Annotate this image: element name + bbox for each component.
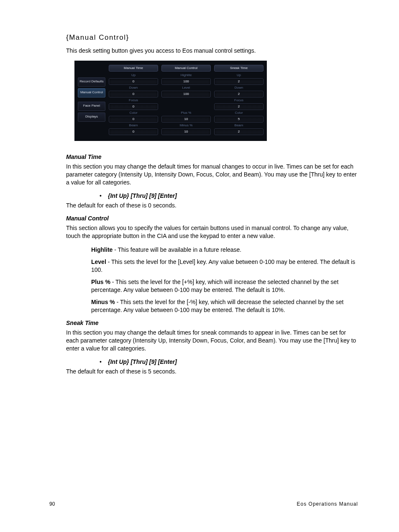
- cell-label: Beam: [109, 123, 158, 128]
- page-footer: 90 Eos Operations Manual: [49, 501, 358, 507]
- intro-text: This desk setting button gives you acces…: [66, 47, 358, 55]
- cell-value[interactable]: 2: [214, 78, 263, 85]
- sidebar-item-1[interactable]: Manual Control: [78, 88, 105, 97]
- manual-time-after: The default for each of these is 0 secon…: [66, 202, 358, 210]
- cell-label: Beam: [214, 123, 263, 128]
- sidebar-item-3[interactable]: Displays: [78, 113, 105, 122]
- cell-label: Color: [109, 111, 158, 115]
- definition-item: Level - This sets the level for the [Lev…: [91, 258, 358, 274]
- definition-item: Highlite - This feature will be availabl…: [91, 246, 358, 254]
- cell-value[interactable]: 0: [109, 103, 158, 110]
- settings-sidebar: Record DefaultsManual ControlFace PanelD…: [78, 65, 105, 135]
- cell-label: Level: [161, 86, 211, 90]
- cell-label: Down: [109, 86, 158, 90]
- sidebar-item-0[interactable]: Record Defaults: [78, 77, 105, 87]
- cell-value[interactable]: 2: [214, 103, 263, 110]
- cell-label: Minus %: [161, 123, 211, 128]
- settings-panel: Record DefaultsManual ControlFace PanelD…: [74, 61, 267, 141]
- manual-time-column: Manual TimeUp0Down0Focus0Color0Beam0: [109, 65, 158, 135]
- cell-label: Plus %: [161, 111, 211, 115]
- column-header[interactable]: Sneak Time: [214, 65, 263, 72]
- manual-time-example: {Int Up} [Thru] [9] [Enter]: [108, 192, 358, 199]
- sneak-time-after: The default for each of these is 5 secon…: [66, 368, 358, 376]
- cell-value[interactable]: 10: [161, 116, 211, 123]
- definition-item: Minus % - This sets the level for the [-…: [91, 298, 358, 314]
- manual-time-heading: Manual Time: [66, 153, 358, 160]
- cell-value[interactable]: 0: [109, 78, 158, 85]
- sidebar-item-2[interactable]: Face Panel: [78, 102, 105, 111]
- cell-label: Focus: [214, 98, 263, 102]
- cell-value[interactable]: 10: [161, 128, 211, 135]
- sneak-time-column: Sneak TimeUp2Down2Focus2Color5Beam2: [214, 65, 263, 135]
- cell-label: Color: [214, 111, 263, 115]
- section-title: {Manual Control}: [66, 33, 358, 42]
- cell-value[interactable]: 2: [214, 91, 263, 97]
- cell-label: Focus: [109, 98, 158, 102]
- cell-label: Up: [109, 73, 158, 77]
- column-header[interactable]: Manual Control: [161, 65, 211, 72]
- definition-item: Plus % - This sets the level for the [+%…: [91, 278, 358, 294]
- manual-control-text: This section allows you to specify the v…: [66, 224, 358, 240]
- cell-value[interactable]: 0: [109, 91, 158, 97]
- cell-value[interactable]: 100: [161, 78, 211, 85]
- cell-value[interactable]: 0: [109, 116, 158, 123]
- manual-control-heading: Manual Control: [66, 215, 358, 222]
- cell-value[interactable]: 100: [161, 91, 211, 97]
- sneak-time-example: {Int Up} [Thru] [9] [Enter]: [108, 358, 358, 365]
- cell-value[interactable]: 5: [214, 116, 263, 123]
- doc-title: Eos Operations Manual: [297, 501, 358, 507]
- column-header[interactable]: Manual Time: [109, 65, 158, 72]
- cell-value[interactable]: 0: [109, 128, 158, 135]
- cell-label: Highlite: [161, 73, 211, 77]
- manual-time-text: In this section you may change the defau…: [66, 163, 358, 187]
- sneak-time-text: In this section you may change the defau…: [66, 329, 358, 353]
- page-number: 90: [49, 501, 55, 507]
- cell-value[interactable]: 2: [214, 128, 263, 135]
- cell-label: Down: [214, 86, 263, 90]
- sneak-time-heading: Sneak Time: [66, 320, 358, 326]
- cell-label: Up: [214, 73, 263, 77]
- manual-control-column: Manual ControlHighlite100Level100Plus %1…: [161, 65, 211, 135]
